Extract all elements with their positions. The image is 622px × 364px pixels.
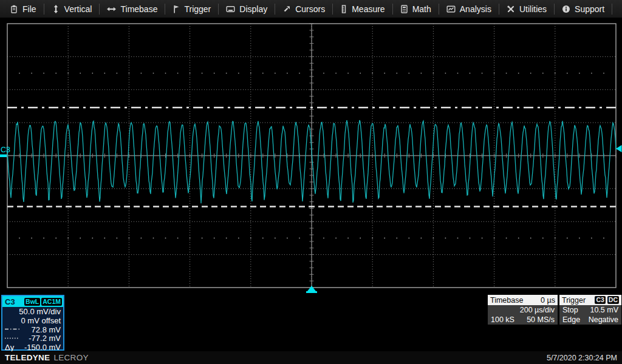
cursor1-row: 72.8 mV xyxy=(2,325,63,334)
trigger-type: Edge xyxy=(562,315,580,324)
timebase-sampling-row: 100 kS 50 MS/s xyxy=(488,315,558,325)
timebase-scale-row: 200 µs/div xyxy=(488,305,558,315)
channel-name: C3 xyxy=(5,297,15,306)
menu-item-label: File xyxy=(22,4,36,14)
trigger-header: Trigger C3 DC xyxy=(559,295,621,305)
trigger-slope: Negative xyxy=(580,315,618,324)
menu-item-label: Timebase xyxy=(120,4,157,14)
file-icon xyxy=(10,5,18,13)
ruler-icon xyxy=(340,5,347,13)
trigger-title: Trigger xyxy=(562,296,586,305)
menu-bar: File Vertical Timebase Trigger Display C… xyxy=(0,0,622,18)
timebase-title: Timebase xyxy=(490,296,523,305)
channel-offset-row: 0 mV offset xyxy=(2,316,63,325)
clock: 5/7/2020 2:30:24 PM xyxy=(547,354,617,362)
channel-c3-box[interactable]: C3 BwL AC1M 50.0 mV/div 0 mV offset 72.8… xyxy=(1,295,64,351)
menu-item-label: Analysis xyxy=(460,4,491,14)
brand-logo: TELEDYNE xyxy=(5,353,50,362)
channel-scale-row: 50.0 mV/div xyxy=(2,307,63,316)
cursor2-row: -77.2 mV xyxy=(2,334,63,343)
cursor1-value: 72.8 mV xyxy=(19,325,61,334)
trigger-coupling-badge: DC xyxy=(607,296,619,304)
menu-item-utilities[interactable]: Utilities xyxy=(499,0,554,18)
pointer-arrow-icon xyxy=(282,5,291,13)
menu-item-analysis[interactable]: Analysis xyxy=(439,0,499,18)
menu-item-label: Math xyxy=(412,4,431,14)
delta-value: -150.0 mV xyxy=(14,343,61,352)
trigger-time-marker[interactable] xyxy=(307,286,316,291)
menu-item-timebase[interactable]: Timebase xyxy=(100,0,165,18)
volts-per-div: 50.0 mV/div xyxy=(5,307,61,316)
time-per-div: 200 µs/div xyxy=(491,306,555,314)
menu-item-label: Measure xyxy=(352,4,384,14)
menu-item-cursors[interactable]: Cursors xyxy=(275,0,332,18)
flag-icon xyxy=(173,5,180,13)
menu-item-label: Display xyxy=(239,4,267,14)
chart-icon xyxy=(446,5,456,13)
offset-value: 0 mV offset xyxy=(5,316,61,325)
trigger-mode: Stop xyxy=(562,306,578,314)
menu-item-math[interactable]: Math xyxy=(393,0,439,18)
trigger-level-marker[interactable] xyxy=(616,145,622,152)
monitor-icon xyxy=(226,5,235,13)
status-bar: TELEDYNE LECROY 5/7/2020 2:30:24 PM xyxy=(0,351,622,364)
horizontal-arrows-icon xyxy=(107,5,116,13)
tools-icon xyxy=(507,5,515,13)
dash-dot-cursor-icon xyxy=(5,328,19,331)
delta-row: Δy -150.0 mV xyxy=(2,343,63,352)
channel-marker-label: C3 xyxy=(1,146,10,154)
channel-c3-header: C3 BwL AC1M xyxy=(2,296,63,307)
menu-item-vertical[interactable]: Vertical xyxy=(44,0,100,18)
menu-item-measure[interactable]: Measure xyxy=(333,0,392,18)
brand-logo-secondary: LECROY xyxy=(53,353,88,362)
trigger-box[interactable]: Trigger C3 DC Stop 10.5 mV Edge Negative xyxy=(559,295,621,325)
menu-item-trigger[interactable]: Trigger xyxy=(165,0,218,18)
menu-item-label: Support xyxy=(575,4,604,14)
cursor2-value: -77.2 mV xyxy=(19,334,61,343)
info-icon xyxy=(562,5,570,13)
menu-item-support[interactable]: Support xyxy=(555,0,612,18)
trigger-level: 10.5 mV xyxy=(578,306,618,314)
sample-rate: 50 MS/s xyxy=(514,315,555,324)
sample-count: 100 kS xyxy=(491,315,514,324)
channel-zero-marker[interactable] xyxy=(0,155,7,158)
scope-display[interactable]: C3 xyxy=(0,18,622,294)
delta-label: Δy xyxy=(5,343,14,352)
menu-item-label: Vertical xyxy=(64,4,92,14)
calculator-icon xyxy=(400,5,408,13)
menu-item-label: Utilities xyxy=(519,4,547,14)
menu-item-label: Trigger xyxy=(184,4,211,14)
coupling-badge: AC1M xyxy=(41,298,62,306)
menu-separator xyxy=(612,4,612,15)
timebase-header: Timebase 0 µs xyxy=(488,295,558,305)
menu-item-file[interactable]: File xyxy=(2,0,44,18)
dotted-cursor-icon xyxy=(5,337,19,340)
trigger-source-badge: C3 xyxy=(595,296,605,304)
menu-item-display[interactable]: Display xyxy=(219,0,275,18)
trigger-type-row: Edge Negative xyxy=(559,315,621,325)
timebase-delay: 0 µs xyxy=(541,296,555,305)
vertical-arrows-icon xyxy=(52,5,60,13)
menu-item-label: Cursors xyxy=(295,4,325,14)
bandwidth-limit-badge: BwL xyxy=(24,298,40,306)
trigger-mode-row: Stop 10.5 mV xyxy=(559,305,621,315)
timebase-box[interactable]: Timebase 0 µs 200 µs/div 100 kS 50 MS/s xyxy=(488,295,558,325)
